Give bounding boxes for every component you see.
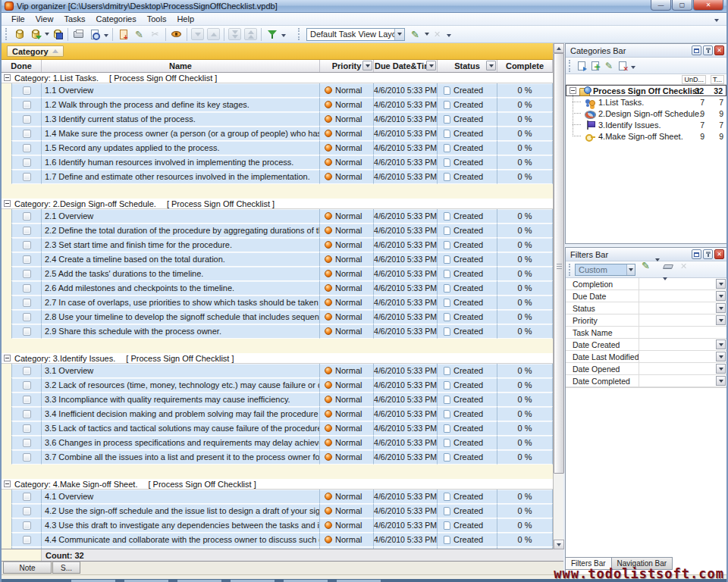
filter-value-field[interactable] bbox=[639, 290, 726, 302]
column-filter-dropdown[interactable] bbox=[426, 61, 436, 70]
done-checkbox[interactable] bbox=[23, 367, 31, 375]
panel-close-button[interactable]: ✕ bbox=[714, 45, 724, 55]
task-row[interactable]: 4.2 Use the sign-off schedule and the is… bbox=[2, 504, 563, 518]
task-row[interactable]: 1.6 Identify human resources involved in… bbox=[2, 155, 563, 170]
menu-tasks[interactable]: Tasks bbox=[58, 14, 90, 24]
task-row[interactable]: 4.1 Overview Normal 4/6/2010 5:33 PM Cre… bbox=[2, 490, 563, 504]
done-checkbox[interactable] bbox=[23, 521, 31, 530]
track-task-icon[interactable] bbox=[169, 27, 184, 42]
apply-layout-icon[interactable]: ✎ bbox=[408, 27, 422, 42]
move-up-icon[interactable] bbox=[206, 27, 221, 42]
done-checkbox[interactable] bbox=[23, 493, 31, 501]
task-row[interactable]: 3.6 Changes in process specifications an… bbox=[2, 436, 563, 450]
minimize-button[interactable]: — bbox=[651, 0, 671, 11]
bottom-tab-note[interactable]: Note bbox=[3, 562, 52, 574]
tree-category-item[interactable]: 4.Make Sign-off Sheet. 9 9 bbox=[566, 130, 726, 142]
save-database-icon[interactable] bbox=[50, 27, 64, 42]
done-checkbox[interactable] bbox=[23, 313, 31, 321]
done-checkbox[interactable] bbox=[23, 536, 31, 544]
column-header-priority[interactable]: Priority bbox=[320, 60, 374, 72]
filter-value-field[interactable] bbox=[639, 327, 726, 338]
filter-value-field[interactable] bbox=[639, 314, 726, 326]
new-task-icon[interactable] bbox=[116, 27, 130, 42]
task-row[interactable]: 3.2 Lack of resources (time, money, tech… bbox=[2, 378, 563, 393]
scrollbar-thumb[interactable] bbox=[554, 53, 564, 474]
tree-col-undone[interactable]: UnD... bbox=[682, 75, 706, 84]
scroll-down-button[interactable] bbox=[554, 540, 564, 549]
menu-help[interactable]: Help bbox=[171, 14, 199, 24]
task-row[interactable]: 4.3 Use this draft to investigate any de… bbox=[2, 518, 563, 533]
tree-root-item[interactable]: Process Sign Off Checklist 32 32 bbox=[566, 85, 726, 96]
task-row[interactable]: 3.5 Lack of tactics and tactical solutio… bbox=[2, 421, 563, 436]
delete-layout-icon[interactable]: ✕ bbox=[430, 27, 444, 42]
done-checkbox[interactable] bbox=[23, 144, 31, 152]
done-checkbox[interactable] bbox=[23, 453, 31, 462]
filter-value-field[interactable] bbox=[639, 339, 726, 350]
tree-category-item[interactable]: 3.Identify Issues. 7 7 bbox=[566, 119, 726, 130]
toolbar-overflow-icon[interactable] bbox=[281, 34, 286, 37]
done-checkbox[interactable] bbox=[23, 86, 31, 95]
filter-value-field[interactable] bbox=[639, 278, 726, 289]
maximize-button[interactable]: ▢ bbox=[672, 0, 692, 11]
print-preview-icon[interactable] bbox=[87, 27, 102, 42]
add-subcategory-icon[interactable]: ＋ bbox=[588, 59, 602, 72]
panel-pin-button[interactable] bbox=[703, 249, 713, 259]
filter-dropdown[interactable] bbox=[716, 279, 726, 289]
vertical-scrollbar[interactable] bbox=[553, 43, 563, 549]
menu-file[interactable]: File bbox=[6, 14, 30, 24]
done-checkbox[interactable] bbox=[23, 130, 31, 138]
collapse-group-icon[interactable] bbox=[4, 355, 11, 361]
delete-filter-icon[interactable]: ✕ bbox=[676, 259, 691, 274]
close-button[interactable]: ✕ bbox=[693, 0, 723, 11]
task-row[interactable]: 3.3 Incompliance with quality requiremen… bbox=[2, 393, 563, 407]
new-category-icon[interactable] bbox=[575, 59, 588, 72]
collapse-group-icon[interactable] bbox=[4, 480, 11, 487]
filter-value-field[interactable] bbox=[639, 375, 726, 386]
column-header-done[interactable]: Done bbox=[2, 60, 42, 72]
panel-pin-button[interactable] bbox=[703, 45, 713, 55]
task-row[interactable]: 2.3 Set start time and finish time for t… bbox=[2, 238, 563, 252]
bottom-tab-more[interactable]: S... bbox=[52, 562, 80, 574]
apply-layout-dropdown-icon[interactable] bbox=[425, 33, 429, 36]
menubar-overflow-icon[interactable] bbox=[714, 19, 719, 22]
menu-categories[interactable]: Categories bbox=[91, 14, 142, 24]
apply-filter-dropdown-icon[interactable] bbox=[655, 258, 660, 271]
filter-dropdown[interactable] bbox=[716, 364, 726, 374]
delete-category-icon[interactable] bbox=[616, 59, 629, 72]
done-checkbox[interactable] bbox=[23, 270, 31, 278]
filter-preset-dropdown[interactable] bbox=[626, 264, 635, 275]
group-row[interactable]: Category: 1.List Tasks. [ Process Sign O… bbox=[2, 73, 563, 83]
filter-value-field[interactable] bbox=[639, 363, 726, 374]
move-to-bottom-icon[interactable] bbox=[228, 27, 242, 42]
task-row[interactable]: 2.7 In case of overlaps, use priorities … bbox=[2, 296, 563, 310]
done-checkbox[interactable] bbox=[23, 115, 31, 124]
tree-col-total[interactable]: T... bbox=[711, 75, 724, 84]
task-row[interactable]: 1.7 Define and estimate other resources … bbox=[2, 170, 563, 184]
filter-dropdown[interactable] bbox=[716, 303, 726, 313]
collapse-group-icon[interactable] bbox=[4, 74, 11, 81]
filter-preset-combo[interactable]: Custom bbox=[575, 264, 635, 276]
tree-category-item[interactable]: 2.Design Sign-off Schedule. 9 9 bbox=[566, 108, 726, 119]
column-header-complete[interactable]: Complete bbox=[497, 60, 553, 72]
done-checkbox[interactable] bbox=[23, 212, 31, 221]
done-checkbox[interactable] bbox=[23, 101, 31, 109]
filter-value-field[interactable] bbox=[639, 302, 726, 314]
done-checkbox[interactable] bbox=[23, 439, 31, 447]
task-row[interactable]: 2.8 Use your timeline to develop the sig… bbox=[2, 310, 563, 324]
task-row[interactable]: 1.1 Overview Normal 4/6/2010 5:33 PM Cre… bbox=[2, 83, 563, 98]
done-checkbox[interactable] bbox=[23, 255, 31, 264]
column-filter-dropdown[interactable] bbox=[362, 61, 372, 70]
toolbar-overflow-icon[interactable] bbox=[447, 34, 451, 37]
tree-category-item[interactable]: 1.List Tasks. 7 7 bbox=[566, 96, 726, 108]
column-filter-dropdown[interactable] bbox=[486, 61, 496, 70]
filter-dropdown[interactable] bbox=[716, 315, 726, 325]
task-row[interactable]: 2.5 Add the tasks' durations to the time… bbox=[2, 267, 563, 281]
task-row[interactable]: 2.2 Define the total duration of the pro… bbox=[2, 224, 563, 238]
task-row[interactable]: 1.3 Identify current status of the proce… bbox=[2, 112, 563, 127]
done-checkbox[interactable] bbox=[23, 241, 31, 249]
done-checkbox[interactable] bbox=[23, 381, 31, 390]
task-row[interactable]: 4.4 Communicate and collaborate with the… bbox=[2, 533, 563, 547]
group-row[interactable]: Category: 2.Design Sign-off Schedule. [ … bbox=[2, 199, 563, 209]
done-checkbox[interactable] bbox=[23, 227, 31, 235]
task-row[interactable]: 1.4 Make sure the process owner (a perso… bbox=[2, 127, 563, 141]
